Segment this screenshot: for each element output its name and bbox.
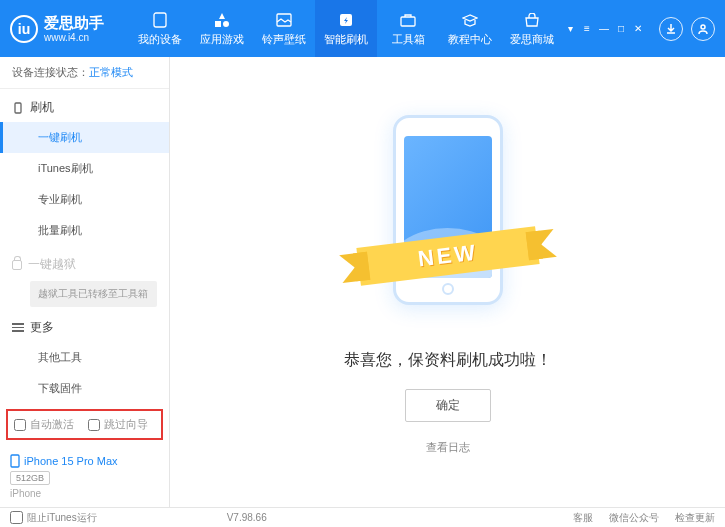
view-log-link[interactable]: 查看日志 (426, 440, 470, 455)
device-name[interactable]: iPhone 15 Pro Max (10, 454, 159, 468)
app-title: 爱思助手 (44, 14, 104, 32)
menu-group-flash[interactable]: 刷机 (0, 89, 169, 122)
flash-icon (336, 11, 356, 29)
footer-support[interactable]: 客服 (573, 511, 593, 525)
tutorial-icon (460, 11, 480, 29)
svg-rect-5 (15, 103, 21, 113)
sidebar: 设备连接状态：正常模式 刷机 一键刷机 iTunes刷机 专业刷机 批量刷机 一… (0, 57, 170, 507)
apps-icon (212, 11, 232, 29)
menu-button[interactable]: ▾ (563, 23, 577, 35)
logo-icon: iu (10, 15, 38, 43)
maximize-button[interactable]: □ (614, 23, 628, 35)
confirm-button[interactable]: 确定 (405, 389, 491, 422)
storage-badge: 512GB (10, 471, 50, 485)
top-nav: 我的设备 应用游戏 铃声壁纸 智能刷机 工具箱 教程中心 爱思商城 (129, 0, 563, 57)
download-button[interactable] (659, 17, 683, 41)
app-url: www.i4.cn (44, 32, 104, 44)
menu-batch-flash[interactable]: 批量刷机 (0, 215, 169, 246)
svg-rect-3 (401, 17, 415, 26)
skip-setup-checkbox[interactable]: 跳过向导 (88, 417, 148, 432)
more-icon (12, 323, 24, 332)
main-content: NEW 恭喜您，保资料刷机成功啦！ 确定 查看日志 (170, 57, 725, 507)
window-controls: ▾ ≡ — □ ✕ (563, 23, 645, 35)
app-header: iu 爱思助手 www.i4.cn 我的设备 应用游戏 铃声壁纸 智能刷机 工具… (0, 0, 725, 57)
nav-store[interactable]: 爱思商城 (501, 0, 563, 57)
phone-icon (12, 102, 24, 114)
wallpaper-icon (274, 11, 294, 29)
nav-ringtones[interactable]: 铃声壁纸 (253, 0, 315, 57)
nav-flash[interactable]: 智能刷机 (315, 0, 377, 57)
options-box: 自动激活 跳过向导 (6, 409, 163, 440)
store-icon (522, 11, 542, 29)
lock-icon (12, 260, 22, 270)
connection-status: 设备连接状态：正常模式 (0, 57, 169, 89)
svg-rect-0 (154, 13, 166, 27)
auto-activate-checkbox[interactable]: 自动激活 (14, 417, 74, 432)
nav-apps-games[interactable]: 应用游戏 (191, 0, 253, 57)
menu-group-more[interactable]: 更多 (0, 309, 169, 342)
svg-point-4 (701, 25, 705, 29)
app-logo: iu 爱思助手 www.i4.cn (10, 14, 104, 44)
footer-update[interactable]: 检查更新 (675, 511, 715, 525)
menu-itunes-flash[interactable]: iTunes刷机 (0, 153, 169, 184)
version-label: V7.98.66 (227, 512, 267, 523)
menu-oneclick-flash[interactable]: 一键刷机 (0, 122, 169, 153)
device-icon (150, 11, 170, 29)
block-itunes-checkbox[interactable]: 阻止iTunes运行 (10, 511, 97, 525)
svg-rect-6 (11, 455, 19, 467)
footer-wechat[interactable]: 微信公众号 (609, 511, 659, 525)
success-message: 恭喜您，保资料刷机成功啦！ (344, 350, 552, 371)
phone-small-icon (10, 454, 20, 468)
jailbreak-note: 越狱工具已转移至工具箱 (30, 281, 157, 307)
nav-my-device[interactable]: 我的设备 (129, 0, 191, 57)
device-info: iPhone 15 Pro Max 512GB iPhone (0, 446, 169, 507)
user-button[interactable] (691, 17, 715, 41)
minimize-button[interactable]: — (597, 23, 611, 35)
nav-toolbox[interactable]: 工具箱 (377, 0, 439, 57)
device-type: iPhone (10, 488, 159, 499)
toolbox-icon (398, 11, 418, 29)
settings-button[interactable]: ≡ (580, 23, 594, 35)
menu-pro-flash[interactable]: 专业刷机 (0, 184, 169, 215)
menu-download-firmware[interactable]: 下载固件 (0, 373, 169, 403)
menu-other-tools[interactable]: 其他工具 (0, 342, 169, 373)
footer: 阻止iTunes运行 V7.98.66 客服 微信公众号 检查更新 (0, 507, 725, 527)
close-button[interactable]: ✕ (631, 23, 645, 35)
menu-group-jailbreak: 一键越狱 (0, 246, 169, 279)
success-illustration: NEW (373, 110, 523, 330)
nav-tutorials[interactable]: 教程中心 (439, 0, 501, 57)
